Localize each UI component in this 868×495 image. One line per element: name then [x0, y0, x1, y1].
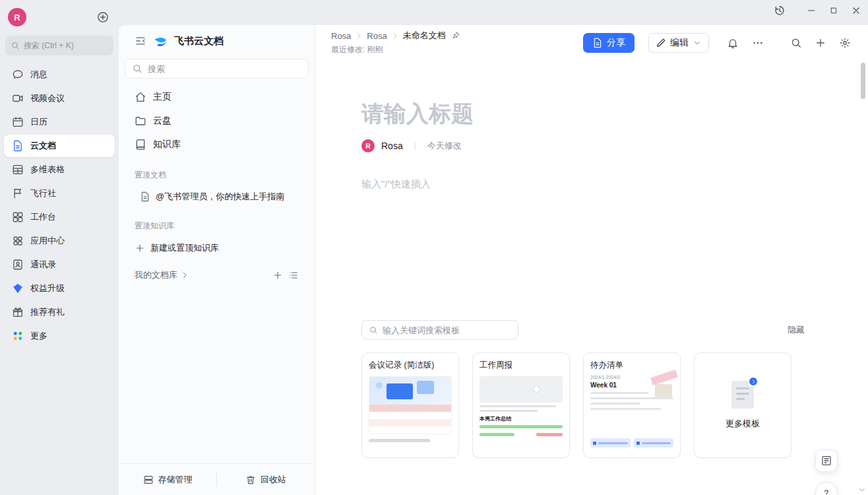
sidebar-item-messages[interactable]: 消息 [4, 63, 115, 86]
document-content: 请输入标题 R Rosa 今天修改 输入"/"快速插入 [361, 99, 805, 458]
window-controls [772, 3, 864, 18]
author-divider [415, 142, 416, 150]
thumbnail-heading: 本周工作总结 [480, 415, 563, 422]
sidebar-item-label: 应用中心 [30, 235, 65, 247]
gear-icon[interactable] [838, 36, 852, 50]
trash-button[interactable]: 回收站 [217, 464, 315, 495]
docs-sidebar: 飞书云文档 主页 云盘 知识库 置顶文档 @飞书管理员，你的快速上手指南 置顶知… [119, 25, 315, 495]
global-search-input[interactable] [24, 41, 103, 50]
template-card-meeting-notes[interactable]: 会议记录 (简洁版) [361, 352, 459, 458]
template-header: 隐藏 [361, 320, 805, 340]
hide-templates-button[interactable]: 隐藏 [788, 324, 805, 336]
author-name[interactable]: Rosa [381, 141, 403, 151]
workbench-icon [12, 211, 24, 223]
book-icon [135, 139, 146, 150]
breadcrumb-item[interactable]: Rosa [331, 31, 351, 41]
minimize-icon[interactable] [803, 3, 819, 18]
more-templates-card[interactable]: 更多模板 [694, 352, 791, 458]
breadcrumb-block: Rosa Rosa 未命名文档 最近修改: 刚刚 [331, 29, 460, 63]
user-avatar[interactable]: R [8, 8, 26, 26]
sidebar-item-label: 更多 [30, 330, 47, 342]
add-icon[interactable] [96, 11, 109, 24]
nav-item-label: 知识库 [153, 139, 181, 150]
sidebar-item-community[interactable]: 飞行社 [4, 182, 115, 205]
template-card-todo-list[interactable]: 待办清单 2024/1-2024/2 Week 01 [583, 352, 681, 458]
collapse-sidebar-icon[interactable] [135, 35, 146, 47]
sidebar-item-cloud-docs[interactable]: 云文档 [4, 135, 115, 157]
my-library-label[interactable]: 我的文档库 [135, 269, 177, 281]
chevron-down-icon [693, 38, 702, 48]
sidebar-item-label: 多维表格 [30, 164, 65, 176]
breadcrumb-item[interactable]: Rosa [367, 31, 387, 41]
sidebar-item-more[interactable]: 更多 [4, 325, 115, 347]
help-icon[interactable] [815, 482, 838, 495]
diamond-icon [12, 282, 24, 294]
new-wiki-label: 新建或置顶知识库 [150, 242, 219, 254]
history-icon[interactable] [772, 3, 788, 18]
search-icon[interactable] [789, 36, 803, 50]
template-search-input[interactable] [383, 325, 501, 335]
app-center-icon [12, 235, 24, 247]
notifications-icon[interactable] [726, 36, 740, 50]
add-doc-icon[interactable] [271, 269, 284, 282]
sidebar-item-label: 工作台 [30, 211, 56, 223]
docs-search-input[interactable] [148, 64, 280, 74]
sidebar-item-video-meeting[interactable]: 视频会议 [4, 87, 115, 110]
template-panel-icon[interactable] [815, 449, 838, 472]
pinned-doc-item[interactable]: @飞书管理员，你的快速上手指南 [124, 186, 309, 207]
sidebar-item-calendar[interactable]: 日历 [4, 111, 115, 133]
document-body: 请输入标题 R Rosa 今天修改 输入"/"快速插入 [315, 63, 868, 495]
breadcrumb: Rosa Rosa 未命名文档 [331, 29, 460, 42]
scrollbar-thumb[interactable] [861, 63, 865, 99]
nav-item-label: 主页 [153, 91, 171, 103]
sidebar-item-label: 消息 [30, 69, 47, 81]
maximize-icon[interactable] [826, 3, 842, 18]
body-placeholder[interactable]: 输入"/"快速插入 [361, 178, 805, 191]
sidebar-item-upgrade[interactable]: 权益升级 [4, 277, 115, 300]
trash-label: 回收站 [261, 474, 286, 486]
author-avatar[interactable]: R [361, 139, 375, 152]
pinned-doc-title: @飞书管理员，你的快速上手指南 [156, 191, 284, 203]
docs-sidebar-header: 飞书云文档 [119, 25, 315, 54]
nav-item-home[interactable]: 主页 [124, 85, 309, 109]
docs-search[interactable] [125, 59, 309, 79]
nav-item-wiki[interactable]: 知识库 [124, 133, 309, 156]
template-card-weekly-report[interactable]: 工作周报 本周工作总结 [472, 352, 570, 458]
sidebar-item-label: 推荐有礼 [30, 306, 65, 318]
sidebar-item-base-table[interactable]: 多维表格 [4, 158, 115, 181]
pinned-docs-label: 置顶文档 [119, 156, 315, 186]
search-icon [132, 63, 142, 74]
pin-icon[interactable] [451, 31, 460, 40]
more-templates-icon [731, 381, 754, 409]
chevron-right-icon [354, 31, 363, 40]
global-search[interactable] [5, 36, 113, 55]
sidebar-item-referral[interactable]: 推荐有礼 [4, 301, 115, 323]
title-placeholder[interactable]: 请输入标题 [361, 99, 805, 128]
close-icon[interactable] [848, 3, 864, 18]
sidebar-item-contacts[interactable]: 通讯录 [4, 253, 115, 276]
nav-item-label: 云盘 [153, 115, 171, 127]
list-settings-icon[interactable] [287, 269, 300, 282]
share-label: 分享 [607, 37, 625, 49]
new-wiki-button[interactable]: 新建或置顶知识库 [124, 238, 309, 258]
docs-nav: 主页 云盘 知识库 [119, 85, 315, 156]
drive-icon [135, 115, 146, 127]
storage-manage-button[interactable]: 存储管理 [119, 464, 216, 495]
sidebar-item-workbench[interactable]: 工作台 [4, 206, 115, 228]
contacts-icon [12, 259, 24, 271]
template-search[interactable] [361, 320, 518, 340]
flag-icon [12, 187, 24, 199]
plus-icon [135, 243, 145, 253]
my-library-row: 我的文档库 [119, 269, 315, 282]
edit-mode-button[interactable]: 编辑 [648, 33, 709, 53]
storage-icon [143, 475, 154, 485]
docs-sidebar-footer: 存储管理 回收站 [119, 463, 315, 495]
create-new-icon[interactable] [813, 36, 828, 50]
sidebar-item-label: 日历 [30, 116, 47, 128]
sidebar-item-app-center[interactable]: 应用中心 [4, 230, 115, 252]
header-actions: 分享 编辑 [583, 32, 852, 53]
share-button[interactable]: 分享 [583, 33, 635, 53]
nav-item-drive[interactable]: 云盘 [124, 109, 309, 133]
more-options-icon[interactable] [751, 36, 765, 50]
scrollbar-down-icon[interactable] [857, 485, 867, 494]
